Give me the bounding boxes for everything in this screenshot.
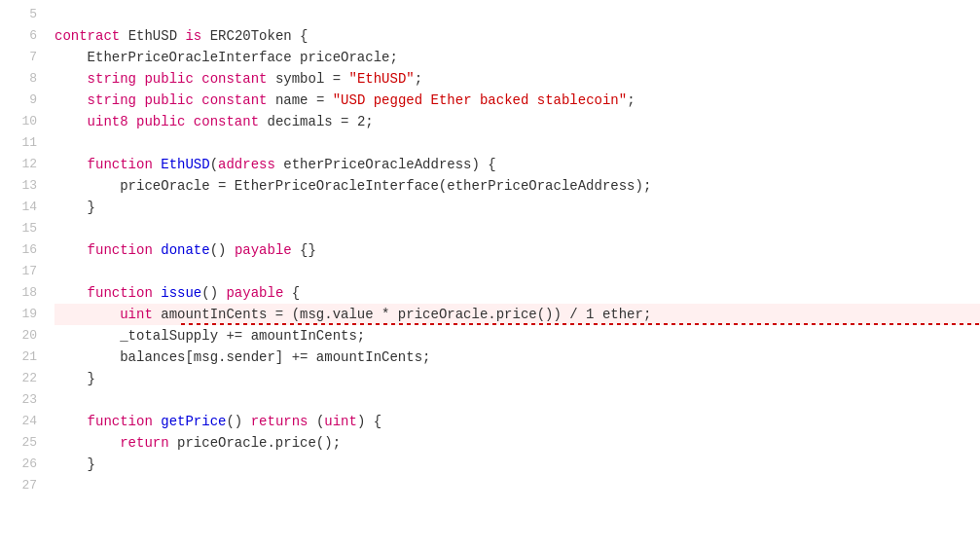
code-content: contract EthUSD is ERC20Token { EtherPri… [51, 4, 980, 548]
code-line-12: function EthUSD ( address etherPriceOrac… [54, 154, 980, 175]
code-line-22: } [54, 368, 980, 389]
code-line-20: _totalSupply += amountInCents; [54, 325, 980, 347]
code-line-25: return priceOracle.price(); [54, 432, 980, 454]
line-numbers: 5 6 7 8 9 10 11 12 13 14 15 16 17 18 19 … [0, 4, 51, 548]
code-line-5 [54, 4, 980, 25]
code-editor: 5 6 7 8 9 10 11 12 13 14 15 16 17 18 19 … [0, 0, 980, 548]
code-line-16: function donate () payable {} [54, 239, 980, 261]
code-line-9: string public constant name = "USD pegge… [54, 90, 980, 111]
code-line-7: EtherPriceOracleInterface priceOracle; [54, 47, 980, 68]
code-line-23 [54, 389, 980, 411]
code-line-13: priceOracle = EtherPriceOracleInterface(… [54, 175, 980, 197]
code-line-18: function issue () payable { [54, 282, 980, 304]
code-line-19: uint amountInCents = (msg.value * priceO… [54, 304, 980, 325]
code-line-6: contract EthUSD is ERC20Token { [54, 25, 980, 47]
code-line-26: } [54, 454, 980, 475]
code-line-24: function getPrice () returns ( uint ) { [54, 411, 980, 432]
code-line-15 [54, 218, 980, 239]
code-line-10: uint8 public constant decimals = 2; [54, 111, 980, 132]
code-line-14: } [54, 197, 980, 218]
code-line-11 [54, 132, 980, 154]
code-line-21: balances[msg.sender] += amountInCents; [54, 347, 980, 368]
code-line-8: string public constant symbol = "EthUSD"… [54, 68, 980, 90]
code-line-27 [54, 475, 980, 496]
code-line-17 [54, 261, 980, 282]
